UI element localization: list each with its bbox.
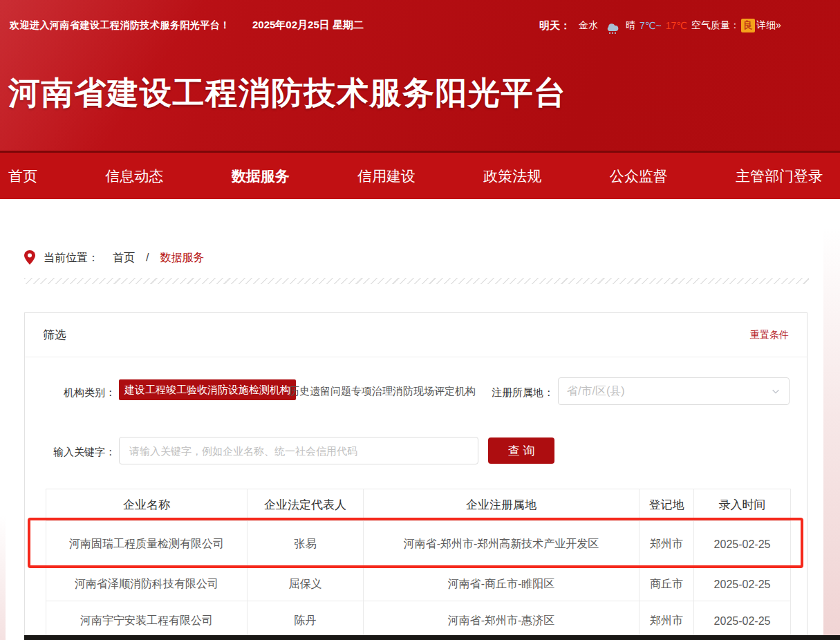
filter-title: 筛选	[43, 327, 66, 343]
date-text: 2025年02月25日 星期二	[252, 19, 364, 32]
chevron-down-icon	[771, 386, 781, 396]
table-row[interactable]: 河南省泽顺消防科技有限公司 屈保义 河南省-商丘市-睢阳区 商丘市 2025-0…	[46, 568, 791, 601]
reset-filters-link[interactable]: 重置条件	[750, 329, 789, 341]
breadcrumb-home-link[interactable]: 首页	[113, 251, 135, 265]
column-header-city: 登记地	[640, 489, 694, 521]
column-header-legal-rep: 企业法定代表人	[248, 489, 364, 521]
nav-item-admin-login[interactable]: 主管部门登录	[736, 167, 823, 186]
main-nav: 首页 信息动态 数据服务 信用建设 政策法规 公众监督 主管部门登录	[0, 151, 840, 199]
column-header-company: 企业名称	[46, 489, 248, 521]
weather-temp-low: 7℃~	[640, 20, 662, 31]
topbar: 欢迎进入河南省建设工程消防技术服务阳光平台！ 2025年02月25日 星期二 明…	[0, 0, 840, 41]
nav-item-news[interactable]: 信息动态	[105, 167, 163, 186]
weather-widget: 明天： 金水 晴 7℃~ 17℃ 空气质量： 良 详细»	[539, 17, 785, 35]
breadcrumb-current: 数据服务	[160, 251, 204, 265]
cell-date: 2025-02-25	[694, 568, 791, 601]
region-select[interactable]: 省/市/区(县)	[558, 377, 790, 405]
weather-district[interactable]: 金水	[579, 19, 598, 32]
cell-company: 河南宇宁安装工程有限公司	[46, 601, 248, 640]
cell-region: 河南省-郑州市-惠济区	[364, 601, 640, 640]
cell-company: 河南固瑞工程质量检测有限公司	[46, 521, 248, 568]
results-table: 企业名称 企业法定代表人 企业注册属地 登记地 录入时间 河南固瑞工程质量检测有…	[46, 489, 791, 640]
table-header-row: 企业名称 企业法定代表人 企业注册属地 登记地 录入时间	[46, 489, 791, 521]
table-row[interactable]: 河南固瑞工程质量检测有限公司 张易 河南省-郑州市-郑州高新技术产业开发区 郑州…	[46, 521, 791, 568]
slash-divider	[24, 278, 809, 284]
category-option-2[interactable]: 历史遗留问题专项治理消防现场评定机构	[289, 385, 476, 398]
category-option-selected[interactable]: 建设工程竣工验收消防设施检测机构	[119, 379, 296, 400]
weather-tomorrow-label: 明天：	[539, 19, 570, 32]
nav-item-policy[interactable]: 政策法规	[483, 167, 541, 186]
aqi-badge: 良	[741, 19, 755, 32]
column-header-region: 企业注册属地	[364, 489, 640, 521]
nav-item-supervision[interactable]: 公众监督	[610, 167, 668, 186]
search-button[interactable]: 查 询	[488, 437, 554, 464]
footer-strip	[24, 635, 840, 640]
cell-city: 商丘市	[640, 568, 694, 601]
cell-legal-rep: 陈丹	[248, 601, 364, 640]
cell-date: 2025-02-25	[694, 601, 791, 640]
site-title: 河南省建设工程消防技术服务阳光平台	[8, 72, 567, 115]
cloud-icon	[604, 19, 622, 35]
category-label: 机构类别：	[25, 386, 115, 399]
keyword-input[interactable]	[119, 437, 478, 464]
aqi-label: 空气质量：	[691, 19, 740, 32]
cell-region: 河南省-郑州市-郑州高新技术产业开发区	[364, 521, 640, 568]
cell-legal-rep: 张易	[248, 521, 364, 568]
table-row[interactable]: 河南宇宁安装工程有限公司 陈丹 河南省-郑州市-惠济区 郑州市 2025-02-…	[46, 601, 791, 640]
cell-date: 2025-02-25	[694, 521, 791, 568]
page: 欢迎进入河南省建设工程消防技术服务阳光平台！ 2025年02月25日 星期二 明…	[0, 0, 840, 640]
weather-detail-link[interactable]: 详细»	[756, 19, 781, 32]
breadcrumb: 当前位置： 首页 / 数据服务	[24, 250, 204, 265]
page-edge-gradient-left	[0, 515, 6, 640]
cell-city: 郑州市	[640, 521, 694, 568]
cell-city: 郑州市	[640, 601, 694, 640]
region-label: 注册所属地：	[463, 386, 554, 399]
filter-panel: 筛选 重置条件 机构类别： 建设工程竣工验收消防设施检测机构 历史遗留问题专项治…	[24, 312, 808, 640]
site-header: 欢迎进入河南省建设工程消防技术服务阳光平台！ 2025年02月25日 星期二 明…	[0, 0, 840, 151]
nav-item-credit[interactable]: 信用建设	[357, 167, 416, 186]
location-pin-icon	[24, 250, 35, 265]
breadcrumb-separator: /	[146, 252, 149, 264]
keyword-label: 输入关键字：	[25, 446, 115, 459]
column-header-date: 录入时间	[694, 489, 791, 521]
weather-condition: 晴	[626, 19, 635, 32]
page-edge-gradient-right	[823, 228, 840, 640]
cell-region: 河南省-商丘市-睢阳区	[364, 568, 640, 601]
nav-item-home[interactable]: 首页	[8, 167, 37, 186]
nav-item-data-services[interactable]: 数据服务	[232, 167, 290, 186]
filter-panel-header: 筛选 重置条件	[25, 313, 807, 357]
breadcrumb-label: 当前位置：	[44, 251, 99, 265]
region-select-placeholder: 省/市/区(县)	[567, 384, 625, 399]
welcome-text: 欢迎进入河南省建设工程消防技术服务阳光平台！	[10, 19, 230, 32]
weather-temp-high: 17℃	[666, 20, 687, 31]
cell-legal-rep: 屈保义	[248, 568, 364, 601]
cell-company: 河南省泽顺消防科技有限公司	[46, 568, 248, 601]
